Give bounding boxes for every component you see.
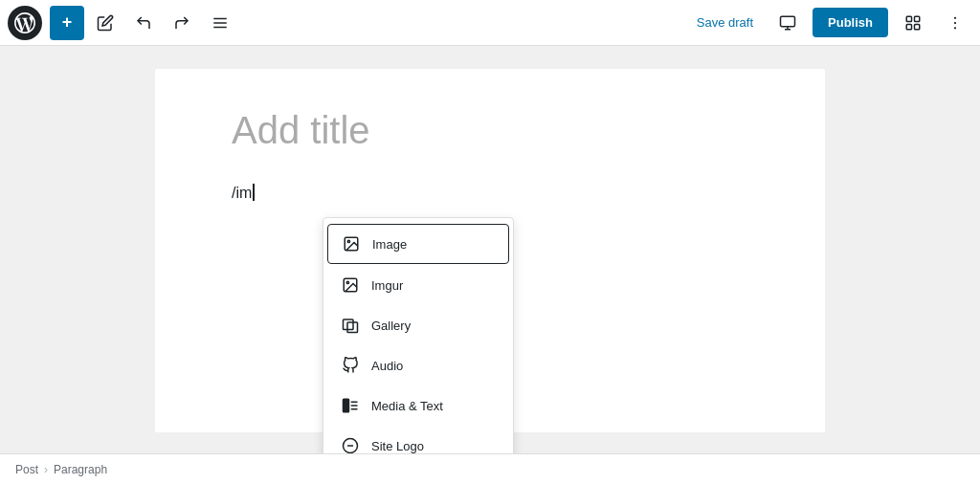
list-view-button[interactable]	[203, 6, 237, 40]
pencil-icon	[97, 14, 114, 32]
gallery-block-icon	[339, 314, 362, 337]
dropdown-item-media-text[interactable]: Media & Text	[327, 386, 509, 425]
media-text-block-icon	[339, 394, 362, 417]
add-block-button[interactable]: +	[50, 6, 84, 40]
wordpress-icon	[14, 12, 35, 33]
redo-icon	[173, 14, 190, 32]
plus-icon: +	[62, 12, 73, 33]
slash-command-input[interactable]: /im	[232, 184, 255, 202]
preview-button[interactable]	[770, 6, 805, 40]
settings-panel-icon	[904, 14, 922, 32]
dropdown-item-gallery-label: Gallery	[371, 319, 411, 333]
svg-point-11	[954, 21, 956, 23]
toolbar-right: Save draft Publish	[687, 6, 972, 40]
editor-area: Add title /im Image	[0, 46, 980, 453]
svg-rect-19	[344, 399, 349, 412]
dropdown-item-gallery[interactable]: Gallery	[327, 306, 509, 344]
preview-icon	[779, 14, 796, 32]
dropdown-item-imgur-label: Imgur	[371, 278, 403, 293]
dropdown-item-image[interactable]: Image	[327, 224, 509, 264]
image-block-icon	[340, 232, 363, 255]
more-options-icon	[947, 14, 964, 32]
svg-rect-9	[915, 24, 920, 29]
dropdown-item-audio[interactable]: Audio	[327, 346, 509, 385]
title-placeholder[interactable]: Add title	[232, 107, 748, 153]
breadcrumb-separator: ›	[44, 463, 48, 476]
imgur-block-icon	[339, 274, 362, 297]
more-options-button[interactable]	[938, 6, 972, 40]
wp-logo	[8, 6, 42, 40]
dropdown-item-media-text-label: Media & Text	[371, 399, 443, 413]
publish-button[interactable]: Publish	[813, 8, 888, 37]
svg-point-12	[954, 27, 956, 29]
save-draft-button[interactable]: Save draft	[687, 10, 763, 35]
svg-rect-8	[906, 24, 911, 29]
list-view-icon	[212, 14, 229, 32]
breadcrumb: Post › Paragraph	[0, 453, 980, 484]
editor-content: Add title /im Image	[155, 69, 825, 432]
dropdown-item-site-logo[interactable]: Site Logo	[327, 427, 509, 453]
breadcrumb-post: Post	[15, 463, 38, 476]
site-logo-block-icon	[339, 434, 362, 453]
dropdown-item-site-logo-label: Site Logo	[371, 439, 424, 453]
dropdown-item-image-label: Image	[372, 237, 407, 252]
svg-point-10	[954, 16, 956, 18]
svg-rect-6	[906, 16, 911, 21]
svg-rect-7	[915, 16, 920, 21]
redo-button[interactable]	[165, 6, 199, 40]
svg-point-14	[347, 240, 349, 242]
svg-point-16	[346, 281, 348, 283]
svg-rect-3	[781, 16, 795, 27]
undo-button[interactable]	[126, 6, 161, 40]
dropdown-item-audio-label: Audio	[371, 359, 403, 373]
dropdown-item-imgur[interactable]: Imgur	[327, 266, 509, 304]
settings-button[interactable]	[896, 6, 930, 40]
undo-icon	[135, 14, 152, 32]
block-picker-dropdown: Image Imgur	[323, 217, 514, 453]
breadcrumb-paragraph: Paragraph	[54, 463, 107, 476]
edit-mode-button[interactable]	[88, 6, 122, 40]
toolbar: + Save draft	[0, 0, 980, 46]
audio-block-icon	[339, 354, 362, 377]
